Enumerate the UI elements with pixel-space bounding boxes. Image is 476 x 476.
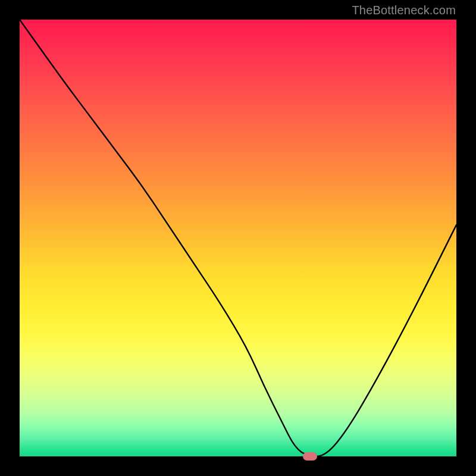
bottleneck-curve-path [20, 20, 456, 456]
curve-svg [20, 20, 456, 456]
plot-area [20, 20, 456, 456]
watermark-text: TheBottleneck.com [352, 4, 456, 17]
optimal-point-marker [303, 452, 317, 461]
chart-frame: TheBottleneck.com [0, 0, 476, 476]
